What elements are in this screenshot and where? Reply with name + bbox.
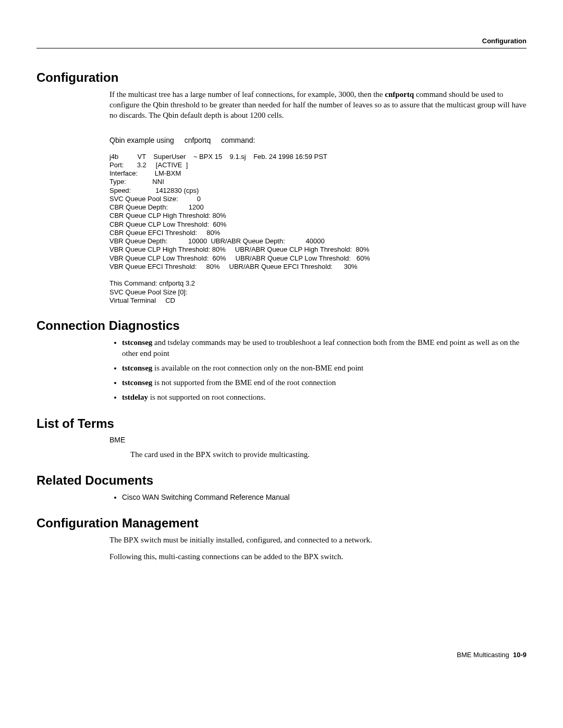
term-bme-definition: The card used in the BPX switch to provi… (130, 449, 527, 460)
list-item: Cisco WAN Switching Command Reference Ma… (122, 492, 527, 502)
tstconseg-bold: tstconseg (122, 364, 152, 372)
heading-configuration-management: Configuration Management (36, 515, 527, 532)
item-text: is not supported on root connections. (148, 393, 265, 401)
footer-page: 10-9 (513, 651, 527, 659)
example-command: cnfportq (185, 135, 211, 145)
example-label: Qbin example using cnfportq command: (109, 135, 527, 145)
page-footer: BME Multicasting 10-9 (36, 650, 527, 660)
diagnostics-list: tstconseg and tsdelay commands may be us… (109, 337, 527, 402)
related-list: Cisco WAN Switching Command Reference Ma… (109, 492, 527, 502)
example-post: command: (221, 136, 255, 144)
code-block: j4b VT SuperUser ~ BPX 15 9.1.sj Feb. 24… (109, 153, 527, 305)
list-item: tstdelay is not supported on root connec… (122, 392, 527, 402)
item-text: and tsdelay commands may be used to trou… (122, 338, 519, 357)
heading-related-documents: Related Documents (36, 472, 527, 489)
item-text: is available on the root connection only… (152, 364, 363, 372)
cnfportq-bold: cnfportq (385, 90, 414, 98)
list-item: tstconseg is not supported from the BME … (122, 377, 527, 388)
list-item: tstconseg is available on the root conne… (122, 363, 527, 373)
term-bme: BME (109, 435, 527, 445)
heading-connection-diagnostics: Connection Diagnostics (36, 317, 527, 334)
mgmt-para-1: The BPX switch must be initially install… (109, 535, 527, 545)
mgmt-para-2: Following this, multi-casting connection… (109, 551, 527, 562)
header-rule (36, 48, 527, 48)
tstconseg-bold: tstconseg (122, 338, 152, 347)
config-para-text: If the multicast tree has a large number… (109, 90, 385, 98)
tstconseg-bold: tstconseg (122, 378, 152, 387)
item-text: is not supported from the BME end of the… (152, 378, 336, 387)
list-item: tstconseg and tsdelay commands may be us… (122, 337, 527, 359)
example-pre: Qbin example using (109, 136, 174, 144)
footer-text: BME Multicasting (457, 651, 509, 659)
heading-list-of-terms: List of Terms (36, 415, 527, 432)
tstdelay-bold: tstdelay (122, 393, 148, 401)
page-header-right: Configuration (36, 36, 527, 46)
config-paragraph: If the multicast tree has a large number… (109, 89, 527, 121)
heading-configuration: Configuration (36, 69, 527, 86)
